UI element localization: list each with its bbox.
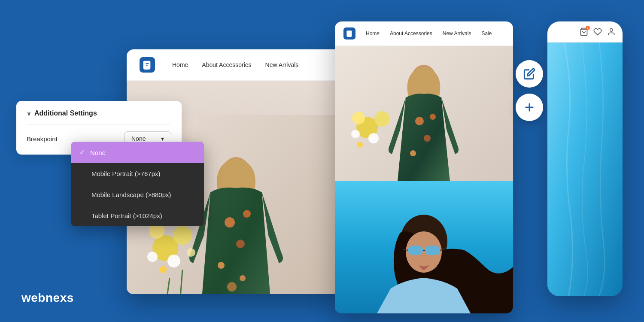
right-browser-mockup: Home About Accessories New Arrivals Sale <box>335 21 513 313</box>
svg-point-7 <box>243 210 251 218</box>
option-none-label: None <box>90 149 106 156</box>
top-fashion-image <box>335 46 513 181</box>
nav-about[interactable]: About Accessories <box>202 61 251 68</box>
svg-point-4 <box>225 217 235 228</box>
svg-point-5 <box>236 240 245 248</box>
svg-point-22 <box>424 135 431 142</box>
svg-point-15 <box>187 248 195 257</box>
main-nav-links: Home About Accessories New Arrivals <box>172 61 298 68</box>
svg-point-8 <box>227 282 237 292</box>
svg-point-23 <box>410 150 416 156</box>
dropdown-chevron: ▾ <box>161 135 164 142</box>
main-browser-nav: Home About Accessories New Arrivals <box>127 49 346 81</box>
brand-logo: webnexs <box>21 291 74 305</box>
option-tablet-portrait-label: Tablet Portrait (>1024px) <box>91 212 162 219</box>
bag-badge: 1 <box>586 26 590 30</box>
brand-name: webnexs <box>21 291 74 305</box>
option-mobile-portrait-label: Mobile Portrait (>767px) <box>91 170 161 177</box>
svg-rect-35 <box>425 246 440 255</box>
fab-container <box>516 60 543 121</box>
phone-user-icon[interactable] <box>607 27 616 36</box>
breakpoint-dropdown-menu: ✓ None Mobile Portrait (>767px) Mobile L… <box>71 142 204 226</box>
svg-point-40 <box>610 29 613 32</box>
main-browser-logo <box>140 57 155 73</box>
svg-rect-41 <box>547 43 623 296</box>
right-browser-nav: Home About Accessories New Arrivals Sale <box>335 21 513 46</box>
svg-point-13 <box>167 255 180 267</box>
dropdown-option-tablet-portrait[interactable]: Tablet Portrait (>1024px) <box>71 205 204 226</box>
edit-fab-button[interactable] <box>516 60 543 88</box>
phone-fabric <box>547 43 623 296</box>
bottom-fashion-image <box>335 181 513 313</box>
breakpoint-label: Breakpoint <box>27 135 58 143</box>
right-browser-logo <box>343 27 355 39</box>
svg-point-14 <box>147 252 158 262</box>
option-mobile-landscape-label: Mobile Landscape (>880px) <box>91 191 171 198</box>
add-fab-button[interactable] <box>516 94 543 121</box>
dropdown-value: None <box>131 135 146 142</box>
chevron-icon: ∨ <box>27 110 31 117</box>
right-nav-new-arrivals[interactable]: New Arrivals <box>443 30 471 36</box>
settings-title: Additional Settings <box>34 109 97 117</box>
check-icon: ✓ <box>79 149 85 156</box>
svg-rect-0 <box>146 63 149 64</box>
svg-point-30 <box>357 142 363 148</box>
right-nav-about[interactable]: About Accessories <box>390 30 432 36</box>
right-browser-content <box>335 46 513 313</box>
svg-point-26 <box>374 111 390 127</box>
dropdown-option-mobile-portrait[interactable]: Mobile Portrait (>767px) <box>71 163 204 184</box>
svg-point-11 <box>173 226 192 245</box>
svg-point-24 <box>430 114 436 120</box>
svg-point-21 <box>415 117 424 125</box>
svg-rect-34 <box>408 246 423 255</box>
nav-new-arrivals[interactable]: New Arrivals <box>265 61 299 68</box>
svg-point-29 <box>351 130 360 138</box>
svg-point-27 <box>352 112 365 125</box>
right-nav-sale[interactable]: Sale <box>481 30 492 36</box>
phone-heart-icon[interactable] <box>593 27 602 36</box>
phone-nav: 1 <box>547 21 623 43</box>
svg-point-16 <box>160 266 167 273</box>
svg-point-6 <box>218 262 225 269</box>
dropdown-option-mobile-landscape[interactable]: Mobile Landscape (>880px) <box>71 184 204 205</box>
nav-home[interactable]: Home <box>172 61 188 68</box>
settings-header: ∨ Additional Settings <box>27 109 171 125</box>
svg-rect-1 <box>146 65 148 66</box>
phone-hero <box>547 43 623 296</box>
dropdown-option-none[interactable]: ✓ None <box>71 142 204 163</box>
svg-point-28 <box>368 133 379 143</box>
phone-bag-icon[interactable]: 1 <box>580 27 588 36</box>
right-nav-home[interactable]: Home <box>366 30 380 36</box>
svg-point-9 <box>240 275 246 281</box>
phone-mockup: 1 <box>547 21 623 296</box>
